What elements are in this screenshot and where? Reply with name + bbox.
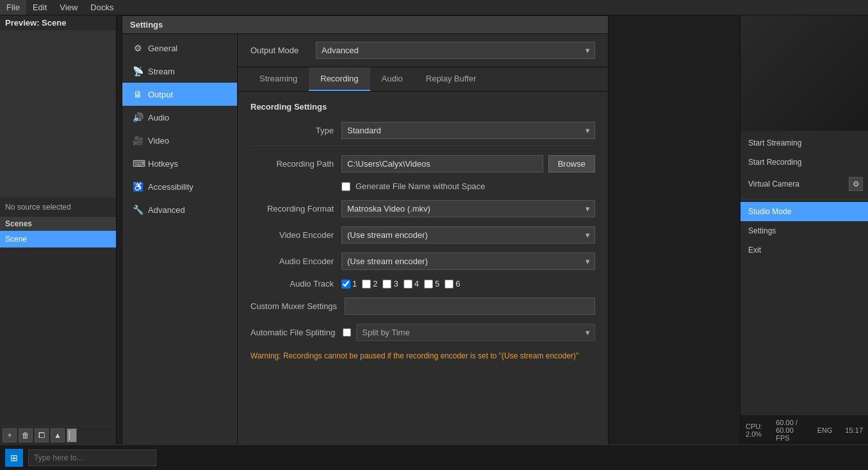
remove-scene-button[interactable]: 🗑	[19, 428, 33, 442]
right-controls: Start Streaming Start Recording Virtual …	[741, 131, 868, 415]
menu-file[interactable]: File	[0, 0, 26, 15]
scenes-section: Scenes Scene + 🗑 ⧠ ▲ ▏	[0, 217, 116, 444]
sidebar-item-video[interactable]: 🎥 Video	[122, 129, 237, 152]
tab-replay-buffer[interactable]: Replay Buffer	[414, 67, 488, 91]
menu-bar: File Edit View Docks	[0, 0, 868, 15]
settings-button[interactable]: Settings	[741, 221, 868, 240]
sidebar-label-video: Video	[148, 136, 169, 146]
audio-track-row: Audio Track 1 2	[250, 279, 595, 289]
recording-path-row: Recording Path Browse	[250, 155, 595, 172]
right-panel: Start Streaming Start Recording Virtual …	[740, 15, 868, 444]
exit-button[interactable]: Exit	[741, 240, 868, 260]
virtual-camera-row: Virtual Camera ⚙	[741, 172, 868, 196]
track-2-checkbox[interactable]	[362, 280, 371, 289]
virtual-camera-gear-button[interactable]: ⚙	[849, 177, 863, 191]
sidebar-label-audio: Audio	[148, 113, 169, 122]
advanced-icon: 🔧	[133, 205, 143, 215]
sidebar-item-general[interactable]: ⚙ General	[122, 37, 237, 60]
track-5-label: 5	[435, 279, 439, 289]
scenes-header: Scenes	[0, 217, 116, 231]
sidebar-item-accessibility[interactable]: ♿ Accessibility	[122, 175, 237, 198]
menu-view[interactable]: View	[53, 0, 84, 15]
right-divider	[741, 199, 868, 199]
sidebar-item-advanced[interactable]: 🔧 Advanced	[122, 198, 237, 221]
output-mode-bar: Output Mode Advanced Simple	[238, 34, 608, 67]
cpu-status: CPU: 2.0%	[746, 423, 763, 438]
video-icon: 🎥	[133, 135, 143, 146]
generate-filename-checkbox[interactable]	[341, 182, 350, 191]
output-mode-select[interactable]: Advanced Simple	[316, 42, 595, 59]
menu-edit[interactable]: Edit	[26, 0, 53, 15]
tab-recording[interactable]: Recording	[309, 67, 370, 91]
lang-status: ENG	[817, 426, 833, 434]
track-3-checkbox[interactable]	[382, 280, 391, 289]
sidebar-label-advanced: Advanced	[148, 205, 185, 215]
track-item-5: 5	[424, 279, 439, 289]
stream-icon: 📡	[133, 66, 143, 76]
audio-icon: 🔊	[133, 112, 143, 122]
scene-filter-button[interactable]: ⧠	[35, 428, 49, 442]
audio-encoder-select[interactable]: (Use stream encoder)	[341, 253, 595, 270]
settings-content: ⚙ General 📡 Stream 🖥 Output 🔊 Audio 🎥	[122, 34, 608, 444]
sidebar-label-output: Output	[148, 90, 173, 99]
menu-docks[interactable]: Docks	[84, 0, 120, 15]
preview-thumbnail	[0, 30, 116, 197]
type-select[interactable]: Standard Custom Output (FFmpeg)	[341, 122, 595, 139]
track-4-checkbox[interactable]	[404, 280, 413, 289]
output-icon: 🖥	[133, 89, 143, 99]
track-6-label: 6	[455, 279, 460, 289]
add-scene-button[interactable]: +	[3, 428, 17, 442]
tab-streaming[interactable]: Streaming	[248, 67, 309, 91]
studio-mode-button[interactable]: Studio Mode	[741, 202, 868, 221]
right-panel-preview	[741, 15, 868, 131]
scene-handle-button[interactable]: ▏	[67, 428, 77, 442]
taskbar-search-input[interactable]	[28, 449, 156, 466]
settings-titlebar: Settings	[122, 16, 608, 34]
time-status: 15:17	[845, 426, 863, 434]
recording-section-title: Recording Settings	[250, 102, 595, 112]
auto-split-select[interactable]: Split by Time Split by Size	[356, 324, 595, 341]
start-recording-button[interactable]: Start Recording	[741, 153, 868, 172]
custom-muxer-input[interactable]	[345, 298, 595, 315]
scene-item[interactable]: Scene	[0, 231, 116, 248]
sidebar-item-stream[interactable]: 📡 Stream	[122, 60, 237, 83]
auto-split-wrapper: Split by Time Split by Size	[356, 324, 595, 341]
track-1-checkbox[interactable]	[341, 280, 350, 289]
recording-format-select[interactable]: Matroska Video (.mkv) MPEG-4 (.mp4) MOV …	[341, 200, 595, 217]
auto-split-checkbox[interactable]	[343, 328, 351, 337]
type-select-wrapper: Standard Custom Output (FFmpeg)	[341, 122, 595, 139]
hotkeys-icon: ⌨	[133, 158, 143, 169]
virtual-camera-button[interactable]: Virtual Camera	[746, 174, 849, 194]
custom-muxer-label: Custom Muxer Settings	[250, 301, 337, 311]
recording-format-wrapper: Matroska Video (.mkv) MPEG-4 (.mp4) MOV …	[341, 200, 595, 217]
gear-icon: ⚙	[133, 43, 143, 53]
browse-button[interactable]: Browse	[548, 155, 595, 172]
track-item-6: 6	[445, 279, 460, 289]
video-encoder-row: Video Encoder (Use stream encoder)	[250, 226, 595, 244]
sidebar-label-accessibility: Accessibility	[148, 182, 193, 192]
track-6-checkbox[interactable]	[445, 280, 454, 289]
sidebar-item-output[interactable]: 🖥 Output	[122, 83, 237, 106]
audio-encoder-wrapper: (Use stream encoder)	[341, 253, 595, 270]
start-button[interactable]: ⊞	[5, 449, 23, 467]
fps-status: 60.00 / 60.00 FPS	[776, 419, 804, 442]
recording-path-input[interactable]	[341, 155, 543, 172]
left-panel: Preview: Scene No source selected Scenes…	[0, 15, 117, 444]
sidebar-label-stream: Stream	[148, 67, 175, 76]
obs-background: Preview: Scene No source selected Scenes…	[0, 15, 868, 444]
tabs-bar: Streaming Recording Audio Replay Buffer	[238, 67, 608, 92]
video-encoder-label: Video Encoder	[250, 230, 334, 240]
track-5-checkbox[interactable]	[424, 280, 433, 289]
preview-label: Preview: Scene	[0, 15, 116, 30]
tab-audio[interactable]: Audio	[370, 67, 414, 91]
type-row: Type Standard Custom Output (FFmpeg)	[250, 122, 595, 146]
accessibility-icon: ♿	[133, 181, 143, 192]
sidebar-item-audio[interactable]: 🔊 Audio	[122, 106, 237, 129]
video-encoder-select[interactable]: (Use stream encoder)	[341, 226, 595, 244]
scene-up-button[interactable]: ▲	[51, 428, 65, 442]
sidebar-item-hotkeys[interactable]: ⌨ Hotkeys	[122, 152, 237, 175]
output-mode-label: Output Mode	[250, 46, 308, 55]
custom-muxer-row: Custom Muxer Settings	[250, 298, 595, 315]
start-streaming-button[interactable]: Start Streaming	[741, 133, 868, 153]
recording-path-control: Browse	[341, 155, 595, 172]
